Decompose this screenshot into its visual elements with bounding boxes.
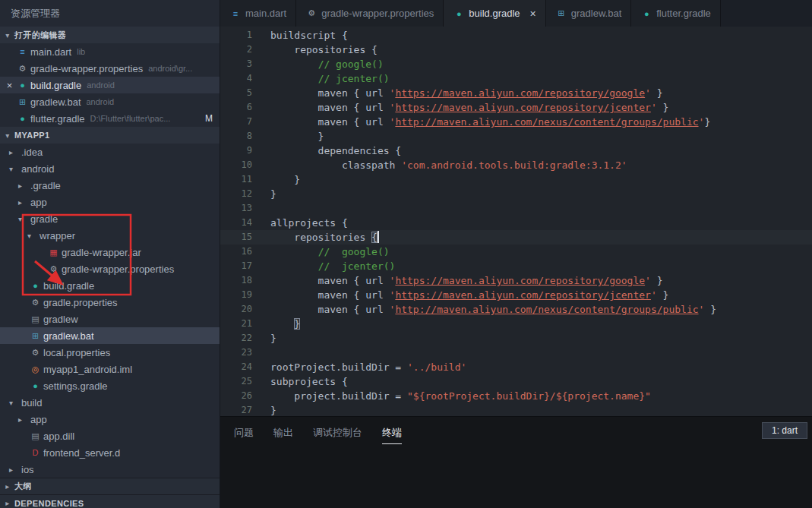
code-line-7[interactable]: 7 maven { url 'http://maven.aliyun.com/n…: [220, 115, 812, 129]
dart-icon: ≡: [229, 9, 242, 18]
code-line-25[interactable]: 25subprojects {: [220, 374, 812, 389]
tree-item-gradle[interactable]: ▾gradle: [0, 210, 220, 227]
editor-group: ≡main.dart⚙gradle-wrapper.properties●bui…: [220, 0, 812, 508]
panel-tab-problems[interactable]: 问题: [234, 426, 254, 444]
jar-icon: ▦: [47, 248, 60, 257]
code-line-21[interactable]: 21 }: [220, 317, 812, 331]
code-line-16[interactable]: 16 // google(): [220, 245, 812, 259]
close-icon[interactable]: ×: [530, 8, 536, 20]
code-segment: [270, 260, 318, 272]
code-segment: http://maven.aliyun.com/nexus/content/gr…: [395, 116, 698, 128]
code-line-1[interactable]: 1buildscript {: [220, 28, 812, 43]
outline-section-header[interactable]: ▸ 大纲: [0, 478, 220, 494]
bat-icon: ⊞: [29, 331, 42, 341]
code-line-3[interactable]: 3 // google(): [220, 57, 812, 71]
code-editor[interactable]: 1buildscript {2 repositories {3 // googl…: [220, 27, 812, 416]
gradle-icon: ●: [453, 9, 465, 18]
code-segment: http://maven.aliyun.com/nexus/content/gr…: [395, 304, 698, 315]
code-line-24[interactable]: 24rootProject.buildDir = '../build': [220, 360, 812, 374]
code-text: repositories {: [270, 43, 378, 57]
file-label: local.properties: [43, 347, 110, 358]
tree-item-app-dill[interactable]: ▤app.dill: [0, 428, 220, 444]
tree-item-myapp1-android-iml[interactable]: ◎myapp1_android.iml: [0, 361, 220, 377]
code-segment: https://maven.aliyun.com/repository/jcen…: [395, 289, 651, 301]
code-line-14[interactable]: 14allprojects {: [220, 216, 812, 230]
open-editor-gradle-wrapper-properties[interactable]: ⚙gradle-wrapper.propertiesandroid\gr...: [0, 60, 220, 77]
code-line-6[interactable]: 6 maven { url 'https://maven.aliyun.com/…: [220, 100, 812, 115]
tab-gradlew-bat[interactable]: ⊞gradlew.bat: [546, 0, 632, 27]
chevron-right-icon: ▸: [18, 415, 29, 424]
open-editors-list: ≡main.dartlib⚙gradle-wrapper.propertiesa…: [0, 43, 220, 127]
tree-item-gradle-wrapper-properties[interactable]: ⚙gradle-wrapper.properties: [0, 260, 220, 277]
code-line-5[interactable]: 5 maven { url 'https://maven.aliyun.com/…: [220, 86, 812, 100]
code-line-26[interactable]: 26 project.buildDir = "${rootProject.bui…: [220, 389, 812, 403]
explorer-title: 资源管理器: [0, 0, 220, 27]
code-line-18[interactable]: 18 maven { url 'https://maven.aliyun.com…: [220, 273, 812, 288]
tree-item-gradle-wrapper-jar[interactable]: ▦gradle-wrapper.jar: [0, 244, 220, 260]
open-editors-header[interactable]: ▾ 打开的编辑器: [0, 27, 220, 43]
line-number: 4: [220, 71, 270, 86]
code-line-20[interactable]: 20 maven { url 'http://maven.aliyun.com/…: [220, 302, 812, 317]
file-label: app: [30, 197, 47, 208]
code-line-8[interactable]: 8 }: [220, 129, 812, 144]
tree-item-gradle-properties[interactable]: ⚙gradle.properties: [0, 294, 220, 311]
tree-item-settings-gradle[interactable]: ●settings.gradle: [0, 377, 220, 394]
project-header[interactable]: ▾ MYAPP1: [0, 127, 220, 144]
code-line-22[interactable]: 22}: [220, 331, 812, 346]
tree-item-idea[interactable]: ▸.idea: [0, 144, 220, 160]
panel-tab-output[interactable]: 输出: [273, 426, 293, 444]
code-line-27[interactable]: 27}: [220, 403, 812, 416]
code-line-10[interactable]: 10 classpath 'com.android.tools.build:gr…: [220, 158, 812, 172]
code-segment: dependencies {: [270, 145, 401, 156]
open-editor-main-dart[interactable]: ≡main.dartlib: [0, 43, 220, 60]
code-line-9[interactable]: 9 dependencies {: [220, 144, 812, 158]
code-text: }: [270, 172, 300, 187]
tree-item-gradle[interactable]: ▸.gradle: [0, 177, 220, 194]
dart-icon: ≡: [16, 47, 29, 56]
panel-tab-terminal[interactable]: 终端: [382, 426, 402, 444]
dependencies-section-header[interactable]: ▸ DEPENDENCIES: [0, 494, 220, 508]
tree-item-frontend-server-d[interactable]: Dfrontend_server.d: [0, 444, 220, 461]
code-text: }: [270, 403, 276, 416]
properties-icon: ⚙: [47, 264, 60, 274]
tree-item-wrapper[interactable]: ▾wrapper: [0, 227, 220, 244]
tab-label: build.gradle: [469, 8, 520, 19]
open-editor-gradlew-bat[interactable]: ⊞gradlew.batandroid: [0, 93, 220, 110]
tree-item-ios[interactable]: ▸ios: [0, 461, 220, 478]
code-text: maven { url 'http://maven.aliyun.com/nex…: [270, 302, 716, 317]
chevron-down-icon: ▾: [9, 399, 20, 407]
tree-item-build[interactable]: ▾build: [0, 394, 220, 411]
file-label: android: [21, 163, 54, 175]
line-number: 2: [220, 43, 270, 57]
terminal-select-dropdown[interactable]: 1: dart: [762, 422, 807, 439]
close-icon[interactable]: ×: [4, 80, 15, 91]
code-line-19[interactable]: 19 maven { url 'https://maven.aliyun.com…: [220, 288, 812, 302]
tab-main-dart[interactable]: ≡main.dart: [220, 0, 296, 27]
tree-item-app[interactable]: ▸app: [0, 194, 220, 210]
code-line-13[interactable]: 13: [220, 201, 812, 216]
open-editor-flutter-gradle[interactable]: ●flutter.gradleD:\Flutter\flutter\pac...…: [0, 110, 220, 127]
open-editor-build-gradle[interactable]: ×●build.gradleandroid: [0, 77, 220, 93]
gradle-icon: ●: [640, 9, 652, 18]
file-tree: ▸.idea▾android▸.gradle▸app▾gradle▾wrappe…: [0, 144, 220, 478]
panel-tab-debug-console[interactable]: 调试控制台: [313, 426, 362, 444]
code-line-23[interactable]: 23: [220, 346, 812, 360]
code-line-15[interactable]: 15 repositories {: [220, 230, 812, 245]
code-line-12[interactable]: 12}: [220, 187, 812, 201]
code-line-11[interactable]: 11 }: [220, 172, 812, 187]
tab-build-gradle[interactable]: ●build.gradle×: [444, 0, 545, 27]
tree-item-gradlew[interactable]: ▤gradlew: [0, 311, 220, 327]
code-line-4[interactable]: 4 // jcenter(): [220, 71, 812, 86]
line-number: 22: [220, 331, 270, 346]
chevron-down-icon: ▾: [18, 215, 29, 223]
code-line-2[interactable]: 2 repositories {: [220, 43, 812, 57]
tree-item-gradlew-bat[interactable]: ⊞gradlew.bat: [0, 327, 220, 344]
tab-gradle-wrapper-properties[interactable]: ⚙gradle-wrapper.properties: [296, 0, 444, 27]
tree-item-app[interactable]: ▸app: [0, 411, 220, 428]
tree-item-build-gradle[interactable]: ●build.gradle: [0, 277, 220, 294]
tab-flutter-gradle[interactable]: ●flutter.gradle: [631, 0, 721, 27]
line-number: 14: [220, 216, 270, 230]
tree-item-local-properties[interactable]: ⚙local.properties: [0, 344, 220, 361]
tree-item-android[interactable]: ▾android: [0, 160, 220, 177]
code-line-17[interactable]: 17 // jcenter(): [220, 259, 812, 273]
